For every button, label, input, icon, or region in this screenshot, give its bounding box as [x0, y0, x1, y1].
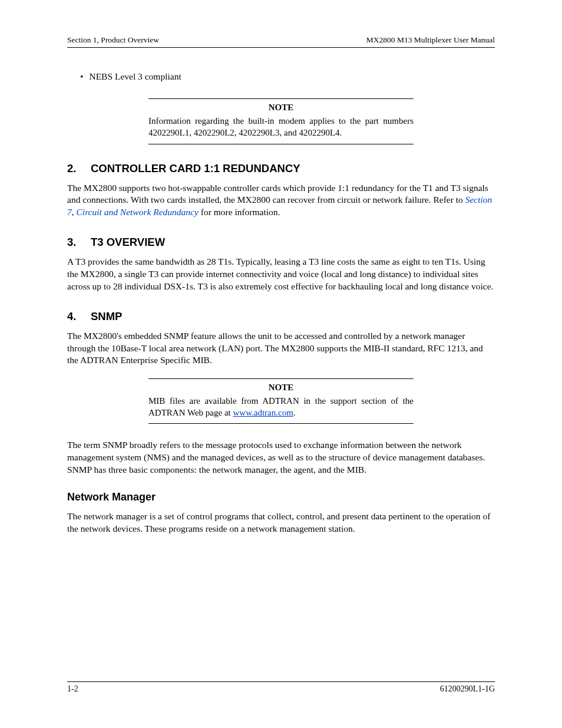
paragraph-controller: The MX2800 supports two hot-swappable co… — [67, 182, 495, 219]
paragraph-network-manager: The network manager is a set of control … — [67, 510, 495, 535]
heading-t3-overview: 3.T3 OVERVIEW — [67, 236, 495, 249]
note-body: MIB files are available from ADTRAN in t… — [148, 395, 414, 419]
heading-text: CONTROLLER CARD 1:1 REDUNDANCY — [91, 162, 300, 174]
running-header: Section 1, Product Overview MX2800 M13 M… — [67, 35, 495, 45]
heading-network-manager: Network Manager — [67, 491, 495, 503]
page: Section 1, Product Overview MX2800 M13 M… — [0, 0, 562, 728]
header-right: MX2800 M13 Multiplexer User Manual — [366, 35, 495, 45]
heading-number: 3. — [67, 236, 91, 249]
page-number: 1-2 — [67, 684, 78, 694]
note-body: Information regarding the built-in modem… — [148, 115, 414, 139]
text-run: . — [293, 408, 296, 417]
note-label: NOTE — [148, 103, 414, 113]
text-run: The MX2800 supports two hot-swappable co… — [67, 183, 488, 205]
paragraph-snmp-2: The term SNMP broadly refers to the mess… — [67, 439, 495, 476]
paragraph-t3: A T3 provides the same bandwidth as 28 T… — [67, 256, 495, 292]
note-label: NOTE — [148, 383, 414, 393]
footer-rule — [67, 681, 495, 682]
bullet-nebs: NEBS Level 3 compliant — [80, 71, 495, 82]
heading-text: T3 OVERVIEW — [91, 236, 165, 248]
footer-row: 1-2 61200290L1-1G — [67, 684, 495, 694]
paragraph-snmp-1: The MX2800's embedded SNMP feature allow… — [67, 330, 495, 367]
note-box-2: NOTE MIB files are available from ADTRAN… — [148, 378, 414, 424]
running-footer: 1-2 61200290L1-1G — [67, 681, 495, 694]
heading-number: 4. — [67, 310, 91, 323]
text-run: for more information. — [199, 207, 280, 217]
header-rule — [67, 47, 495, 48]
link-adtran[interactable]: www.adtran.com — [233, 408, 293, 417]
header-left: Section 1, Product Overview — [67, 35, 159, 45]
heading-number: 2. — [67, 162, 91, 175]
note-box-1: NOTE Information regarding the built-in … — [148, 98, 414, 144]
text-run: , — [72, 207, 77, 217]
heading-text: SNMP — [91, 310, 122, 322]
link-circuit-redundancy[interactable]: Circuit and Network Redundancy — [77, 207, 199, 217]
heading-snmp: 4.SNMP — [67, 310, 495, 323]
heading-controller-redundancy: 2.CONTROLLER CARD 1:1 REDUNDANCY — [67, 162, 495, 175]
doc-number: 61200290L1-1G — [440, 684, 495, 694]
